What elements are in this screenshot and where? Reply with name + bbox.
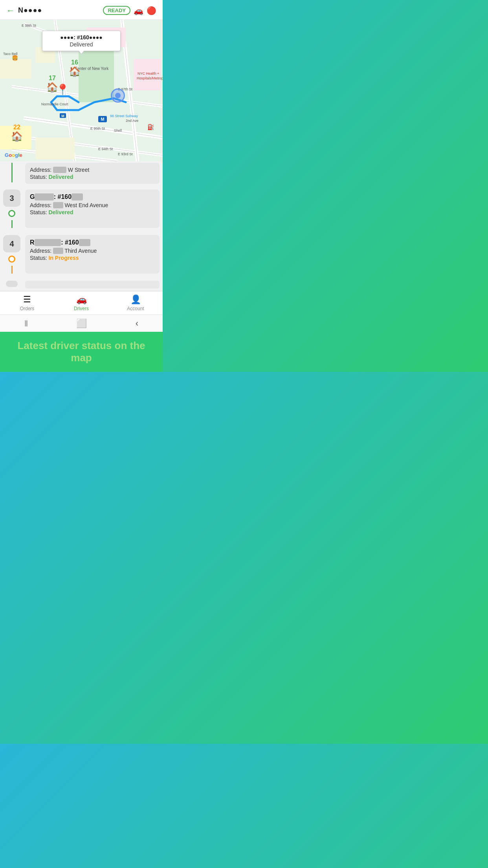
current-location-dot	[111, 88, 125, 103]
ready-badge: READY	[103, 6, 130, 15]
house-number-17: 17	[49, 75, 56, 82]
order-title-4: R●●●●●●●: #160●●●	[30, 239, 155, 246]
sys-menu-button[interactable]: ⦀	[24, 318, 28, 329]
orders-icon: ☰	[23, 294, 31, 305]
google-logo: Google	[5, 152, 22, 158]
svg-text:Normandie Court: Normandie Court	[41, 102, 68, 106]
order-addr-3: Address: ●●● West End Avenue	[30, 202, 155, 208]
svg-rect-15	[79, 51, 114, 102]
bottom-banner: Latest driver status on the map	[0, 332, 163, 372]
order-num-col-prev	[3, 163, 20, 184]
prev-status: Delivered	[48, 174, 73, 180]
order-card-5-partial	[25, 281, 160, 289]
house-number-16: 16	[71, 59, 78, 66]
car-icon: 🚗	[134, 6, 143, 15]
order-title-suffix-4: ●●●	[79, 239, 90, 246]
svg-text:2nd Ave: 2nd Ave	[126, 119, 138, 123]
tab-bar: ☰ Orders 🚗 Drivers 👤 Account	[0, 291, 163, 314]
back-button[interactable]: ←	[6, 6, 15, 16]
app-header: ← N●●●● READY 🚗 🔴	[0, 0, 163, 20]
order-title-suffix-3: ●●●	[72, 193, 83, 200]
order-card-4[interactable]: R●●●●●●●: #160●●● Address: ●●● Third Ave…	[25, 235, 160, 274]
order-title-blurred-4: ●●●●●●●	[35, 239, 61, 246]
order-num-col-3: 3	[3, 189, 20, 228]
map-view[interactable]: M 96 Street Subway Shell NYC Health + Ho…	[0, 20, 163, 161]
current-location-inner	[115, 93, 121, 98]
svg-text:M: M	[61, 114, 64, 118]
popup-status: Delivered	[48, 41, 115, 48]
prev-addr-blurred: ●●●●	[53, 167, 66, 173]
svg-text:96 Street Subway: 96 Street Subway	[110, 114, 138, 118]
svg-rect-17	[0, 59, 31, 79]
account-label: Account	[127, 306, 144, 311]
header-left: ← N●●●●	[6, 6, 42, 16]
svg-text:NYC Health +: NYC Health +	[138, 72, 159, 75]
order-status-line-3: Status: Delivered	[30, 209, 155, 215]
svg-text:Hospitals/Metropolitan: Hospitals/Metropolitan	[137, 76, 163, 80]
account-icon: 👤	[130, 294, 141, 305]
house-marker-22: 22 🏠	[11, 124, 23, 142]
order-status-line-4: Status: In Progress	[30, 255, 155, 261]
orders-label: Orders	[20, 306, 35, 311]
order-line-4	[11, 266, 13, 274]
order-num-col-4: 4	[3, 235, 20, 274]
popup-arrow-inner	[79, 50, 84, 54]
order-line-3	[11, 220, 13, 228]
svg-rect-21	[35, 138, 75, 159]
house-number-22: 22	[13, 124, 20, 131]
order-num-badge-5	[6, 281, 18, 287]
svg-text:🍔: 🍔	[12, 55, 18, 61]
house-marker-16: 16 🏠	[69, 59, 81, 77]
addr-blurred-3: ●●●	[53, 202, 63, 208]
svg-text:E 98th St: E 98th St	[22, 24, 37, 28]
banner-text: Latest driver status on the map	[6, 340, 156, 364]
order-num-col-5	[3, 281, 20, 287]
addr-blurred-4: ●●●	[53, 248, 63, 254]
tab-account[interactable]: 👤 Account	[108, 291, 163, 314]
order-row-prev[interactable]: Address: ●●●● W Street Status: Delivered	[0, 161, 163, 186]
tab-orders[interactable]: ☰ Orders	[0, 291, 54, 314]
order-line-prev	[11, 163, 13, 182]
header-right: READY 🚗 🔴	[103, 6, 156, 15]
house-icon-22: 🏠	[11, 131, 23, 142]
svg-text:⛽: ⛽	[147, 124, 154, 131]
orders-list[interactable]: Address: ●●●● W Street Status: Delivered…	[0, 161, 163, 291]
order-row-4[interactable]: 4 R●●●●●●●: #160●●● Address: ●●● Third A…	[0, 232, 163, 277]
order-row-5-partial	[0, 278, 163, 290]
order-num-badge-3: 3	[3, 189, 20, 207]
order-indicator-4	[8, 256, 15, 263]
map-popup: ●●●●: #160●●●● Delivered	[42, 31, 121, 51]
prev-address: Address: ●●●● W Street	[30, 167, 155, 173]
order-row-3[interactable]: 3 G●●●●●: #160●●● Address: ●●● West End …	[0, 186, 163, 231]
order-title-blurred-3: ●●●●●	[35, 193, 53, 200]
order-status-4: In Progress	[48, 255, 79, 261]
svg-text:Shell: Shell	[114, 129, 122, 132]
popup-order-title: ●●●●: #160●●●●	[48, 34, 115, 40]
house-icon-16: 🏠	[69, 66, 81, 77]
drivers-icon: 🚗	[76, 294, 87, 305]
system-nav-bar: ⦀ ⬜ ‹	[0, 314, 163, 332]
order-card-3[interactable]: G●●●●●: #160●●● Address: ●●● West End Av…	[25, 189, 160, 228]
drivers-label: Drivers	[74, 306, 89, 311]
order-title-3: G●●●●●: #160●●●	[30, 193, 155, 200]
svg-text:E 93rd St: E 93rd St	[118, 152, 133, 156]
sys-home-button[interactable]: ⬜	[76, 318, 87, 329]
order-status-3: Delivered	[48, 209, 73, 215]
location-pin: 📍	[56, 83, 70, 96]
order-addr-4: Address: ●●● Third Avenue	[30, 248, 155, 254]
prev-status-line: Status: Delivered	[30, 174, 155, 180]
order-indicator-3	[8, 210, 15, 217]
sys-back-button[interactable]: ‹	[136, 318, 138, 329]
order-card-prev[interactable]: Address: ●●●● W Street Status: Delivered	[25, 163, 160, 184]
order-num-badge-4: 4	[3, 235, 20, 252]
svg-text:E 94th St: E 94th St	[98, 147, 113, 151]
alert-icon: 🔴	[147, 6, 156, 15]
svg-text:E 95th St: E 95th St	[90, 127, 105, 131]
tab-drivers[interactable]: 🚗 Drivers	[54, 291, 108, 314]
driver-name: N●●●●	[18, 6, 42, 15]
svg-text:M: M	[101, 117, 104, 121]
